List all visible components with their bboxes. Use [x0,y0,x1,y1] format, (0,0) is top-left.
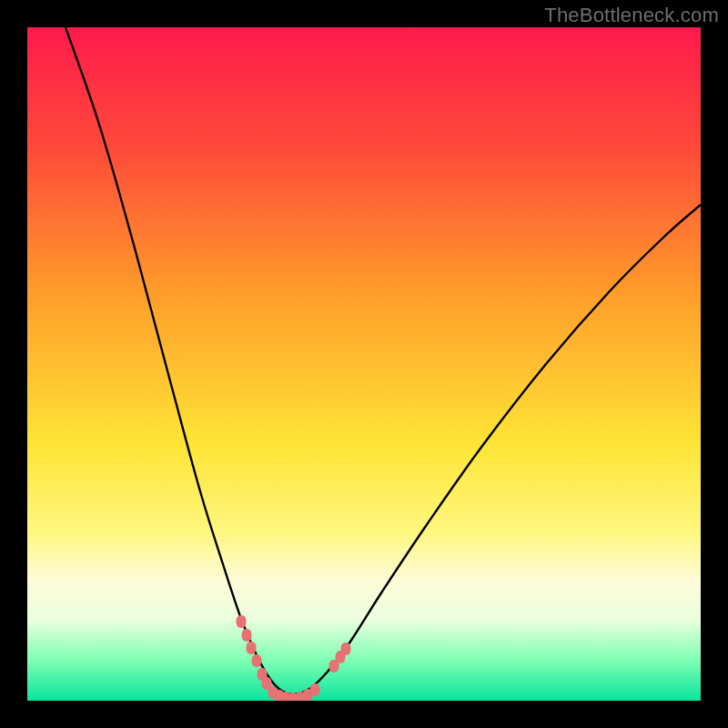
attribution-text: TheBottleneck.com [544,4,719,27]
curve-marker [310,683,320,696]
chart-frame: TheBottleneck.com [0,0,728,728]
curve-marker [242,629,252,642]
chart-plot-area [27,27,701,701]
curve-marker [341,642,351,655]
bottleneck-chart [27,27,701,701]
curve-marker [237,615,247,628]
curve-marker [252,654,262,667]
curve-marker [247,642,257,654]
chart-gradient-bg [27,27,701,701]
